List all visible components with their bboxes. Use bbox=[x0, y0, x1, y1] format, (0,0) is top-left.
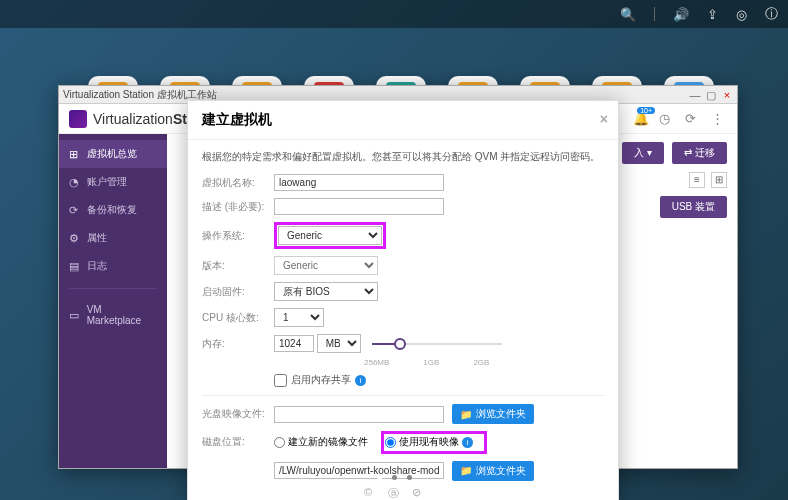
pager-dots bbox=[0, 475, 788, 480]
memory-unit-select[interactable]: MB bbox=[317, 334, 361, 353]
slider-ticks: 256MB1GB2GB bbox=[364, 358, 604, 367]
cc-icon[interactable]: © bbox=[364, 486, 376, 498]
sidebar-item-label: 属性 bbox=[87, 231, 107, 245]
modal-header: 建立虚拟机 × bbox=[188, 101, 618, 140]
window-buttons: — ▢ × bbox=[689, 89, 733, 101]
pager-dot[interactable] bbox=[407, 475, 412, 480]
radio-highlight: 使用现有映像 i bbox=[381, 431, 487, 454]
label-iso: 光盘映像文件: bbox=[202, 407, 274, 421]
upload-icon[interactable]: ⇪ bbox=[707, 7, 718, 22]
firmware-select[interactable]: 原有 BIOS bbox=[274, 282, 378, 301]
more-icon[interactable]: ⋮ bbox=[711, 111, 727, 127]
refresh-icon[interactable]: ⟳ bbox=[685, 111, 701, 127]
modal-body: 根据您的特定需求和偏好配置虚拟机。您甚至可以将其分配给 QVM 并指定远程访问密… bbox=[188, 140, 618, 500]
sidebar: ⊞虚拟机总览 ◔账户管理 ⟳备份和恢复 ⚙属性 ▤日志 ▭VM Marketpl… bbox=[59, 134, 167, 468]
close-button[interactable]: × bbox=[721, 89, 733, 101]
at-icon[interactable]: ⓐ bbox=[388, 486, 400, 498]
radio-use-existing[interactable]: 使用现有映像 i bbox=[385, 435, 473, 449]
checkbox-input[interactable] bbox=[274, 374, 287, 387]
pager-dot[interactable] bbox=[392, 475, 397, 480]
info-icon[interactable]: ⓘ bbox=[765, 5, 778, 23]
sidebar-item-attr[interactable]: ⚙属性 bbox=[59, 224, 167, 252]
sound-icon[interactable]: 🔊 bbox=[673, 7, 689, 22]
label-disk: 磁盘位置: bbox=[202, 435, 274, 449]
info-icon[interactable]: i bbox=[355, 375, 366, 386]
label-desc: 描述 (非必要): bbox=[202, 200, 274, 214]
migrate-button[interactable]: ⇄ 迁移 bbox=[672, 142, 727, 164]
vm-name-input[interactable] bbox=[274, 174, 444, 191]
memory-input[interactable] bbox=[274, 335, 314, 352]
log-icon: ▤ bbox=[69, 260, 81, 272]
settings-icon: ⚙ bbox=[69, 232, 81, 244]
app-logo-icon bbox=[69, 110, 87, 128]
sidebar-item-label: 账户管理 bbox=[87, 175, 127, 189]
task-icon[interactable]: ◎ bbox=[736, 7, 747, 22]
bottom-bar: © ⓐ ⊘ bbox=[0, 486, 788, 498]
create-vm-modal: 建立虚拟机 × 根据您的特定需求和偏好配置虚拟机。您甚至可以将其分配给 QVM … bbox=[187, 100, 619, 500]
sidebar-item-label: 虚拟机总览 bbox=[87, 147, 137, 161]
sidebar-item-label: 备份和恢复 bbox=[87, 203, 137, 217]
sidebar-item-log[interactable]: ▤日志 bbox=[59, 252, 167, 280]
link-icon[interactable]: ⊘ bbox=[412, 486, 424, 498]
notification-badge: 10+ bbox=[637, 107, 655, 114]
browse-iso-button[interactable]: 📁 浏览文件夹 bbox=[452, 404, 534, 424]
grid-icon: ⊞ bbox=[69, 148, 81, 160]
info-icon[interactable]: i bbox=[462, 437, 473, 448]
label-os: 操作系统: bbox=[202, 229, 274, 243]
modal-description: 根据您的特定需求和偏好配置虚拟机。您甚至可以将其分配给 QVM 并指定远程访问密… bbox=[202, 150, 604, 164]
system-topbar: 🔍 🔊 ⇪ ◎ ⓘ bbox=[0, 0, 788, 28]
cpu-select[interactable]: 1 bbox=[274, 308, 324, 327]
minimize-button[interactable]: — bbox=[689, 89, 701, 101]
dashboard-icon[interactable]: ◷ bbox=[659, 111, 675, 127]
notification-icon[interactable]: 🔔10+ bbox=[633, 111, 649, 127]
sidebar-separator bbox=[69, 288, 157, 289]
divider bbox=[202, 395, 604, 396]
label-mem: 内存: bbox=[202, 337, 274, 351]
radio-new-image[interactable]: 建立新的镜像文件 bbox=[274, 435, 368, 449]
label-fw: 启动固件: bbox=[202, 285, 274, 299]
vm-desc-input[interactable] bbox=[274, 198, 444, 215]
sidebar-item-overview[interactable]: ⊞虚拟机总览 bbox=[59, 140, 167, 168]
header-icons: ⇪ 🔔10+ ◷ ⟳ ⋮ bbox=[607, 111, 727, 127]
slider-knob[interactable] bbox=[394, 338, 406, 350]
modal-close-button[interactable]: × bbox=[600, 111, 608, 127]
divider bbox=[654, 7, 655, 21]
memory-slider[interactable] bbox=[372, 343, 502, 345]
view-list-icon[interactable]: ≡ bbox=[689, 172, 705, 188]
import-button[interactable]: 入 ▾ bbox=[622, 142, 664, 164]
sidebar-item-marketplace[interactable]: ▭VM Marketplace bbox=[59, 297, 167, 333]
usb-button[interactable]: USB 装置 bbox=[660, 196, 727, 218]
view-grid-icon[interactable]: ⊞ bbox=[711, 172, 727, 188]
modal-title: 建立虚拟机 bbox=[202, 111, 272, 127]
user-icon: ◔ bbox=[69, 176, 81, 188]
backup-icon: ⟳ bbox=[69, 204, 81, 216]
sidebar-item-label: VM Marketplace bbox=[87, 304, 157, 326]
app-window: Virtualization Station 虚拟机工作站 — ▢ × Virt… bbox=[58, 85, 738, 469]
pager-dot[interactable] bbox=[377, 475, 382, 480]
sidebar-item-account[interactable]: ◔账户管理 bbox=[59, 168, 167, 196]
share-memory-checkbox[interactable]: 启用内存共享 i bbox=[274, 373, 366, 387]
search-icon[interactable]: 🔍 bbox=[620, 7, 636, 22]
maximize-button[interactable]: ▢ bbox=[705, 89, 717, 101]
iso-path-input[interactable] bbox=[274, 406, 444, 423]
version-select[interactable]: Generic bbox=[274, 256, 378, 275]
market-icon: ▭ bbox=[69, 309, 81, 321]
sidebar-item-backup[interactable]: ⟳备份和恢复 bbox=[59, 196, 167, 224]
sidebar-item-label: 日志 bbox=[87, 259, 107, 273]
label-name: 虚拟机名称: bbox=[202, 176, 274, 190]
os-highlight: Generic bbox=[274, 222, 386, 249]
label-ver: 版本: bbox=[202, 259, 274, 273]
label-cpu: CPU 核心数: bbox=[202, 311, 274, 325]
os-select[interactable]: Generic bbox=[278, 226, 382, 245]
